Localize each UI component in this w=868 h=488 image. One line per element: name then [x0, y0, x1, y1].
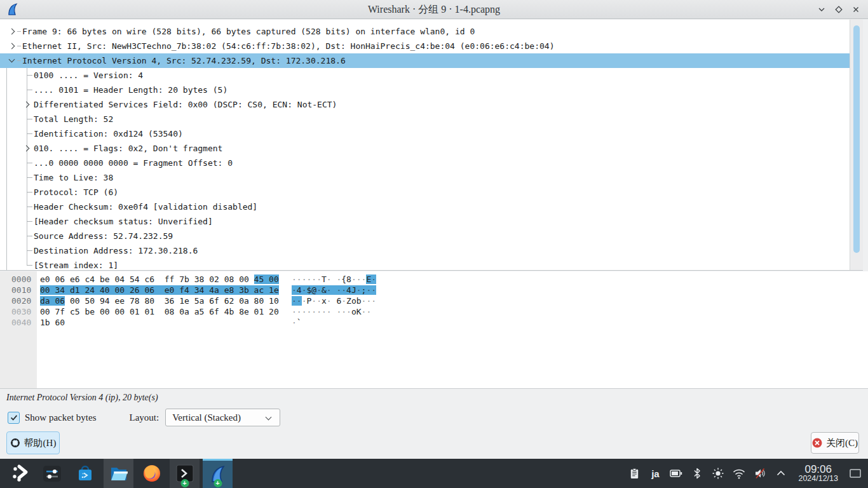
hex-offset: 0040	[11, 317, 40, 328]
dialog-controls: Show packet bytes Layout: Vertical (Stac…	[8, 409, 280, 426]
system-tray: ja 09:06 2024/12/13	[627, 459, 863, 488]
folder-icon	[109, 463, 129, 484]
hex-row[interactable]: 00401b 60·`	[0, 317, 868, 328]
expand-tray-icon[interactable]	[773, 459, 789, 488]
hex-ascii: ·4·$@·&· ··4J·;··	[292, 285, 376, 295]
hex-row[interactable]: 001000 34 d1 24 40 00 26 06 e0 f4 34 4a …	[0, 285, 868, 295]
packet-detail-pane[interactable]: Frame 9: 66 bytes on wire (528 bits), 66…	[0, 20, 863, 271]
tree-row-label: [Stream index: 1]	[34, 258, 118, 271]
tree-row[interactable]: 0100 .... = Version: 4	[0, 68, 850, 83]
minimize-button[interactable]	[813, 1, 830, 18]
tree-row[interactable]: Internet Protocol Version 4, Src: 52.74.…	[0, 53, 850, 68]
clock-time: 09:06	[798, 464, 838, 475]
tree-row[interactable]: Total Length: 52	[0, 112, 850, 126]
window-controls	[813, 0, 864, 19]
show-packet-bytes-label: Show packet bytes	[25, 412, 96, 423]
tree-scrollbar-thumb[interactable]	[853, 25, 860, 253]
tree-row[interactable]: [Stream index: 1]	[0, 258, 850, 271]
expand-icon[interactable]	[9, 43, 15, 50]
hex-ascii: ········ ···oK··	[292, 306, 376, 317]
system-settings-button[interactable]	[37, 459, 67, 488]
app-launcher-icon	[11, 463, 32, 484]
tree-row-label: [Header checksum status: Unverified]	[34, 214, 213, 229]
tree-row-label: 0100 .... = Version: 4	[34, 68, 143, 83]
expand-icon[interactable]	[24, 102, 30, 108]
tree-row[interactable]: Protocol: TCP (6)	[0, 185, 850, 200]
discover-button[interactable]	[70, 459, 100, 488]
tree-row[interactable]: Destination Address: 172.30.218.6	[0, 243, 850, 258]
file-manager-button[interactable]	[104, 459, 133, 488]
tree-row-label: Frame 9: 66 bytes on wire (528 bits), 66…	[22, 24, 475, 39]
tree-row[interactable]: .... 0101 = Header Length: 20 bytes (5)	[0, 83, 850, 97]
tree-row[interactable]: 010. .... = Flags: 0x2, Don't fragment	[0, 141, 850, 156]
tree-row[interactable]: [Header checksum status: Unverified]	[0, 214, 850, 229]
tree-scrollbar[interactable]	[850, 20, 863, 270]
close-dialog-button[interactable]: 关闭(C)	[811, 432, 859, 454]
status-text: Internet Protocol Version 4 (ip), 20 byt…	[6, 393, 158, 403]
diamond-icon	[834, 5, 843, 14]
discover-icon	[75, 463, 95, 484]
new-window-badge: +	[214, 479, 222, 487]
hex-ascii: ···P··x· 6·Zob···	[292, 295, 376, 306]
tree-row[interactable]: Ethernet II, Src: NewH3CTechno_7b:38:02 …	[0, 39, 850, 53]
show-desktop-button[interactable]	[848, 459, 863, 488]
hex-offset: 0010	[11, 285, 40, 295]
konsole-button[interactable]: +	[170, 459, 200, 488]
volume-muted-icon[interactable]	[752, 459, 768, 488]
layout-label: Layout:	[129, 412, 159, 423]
tree-row-label: .... 0101 = Header Length: 20 bytes (5)	[34, 83, 227, 97]
clock-date: 2024/12/13	[798, 475, 838, 483]
tree-row[interactable]: Differentiated Services Field: 0x00 (DSC…	[0, 97, 850, 112]
firefox-button[interactable]	[137, 459, 166, 488]
hex-ascii: ·`	[292, 317, 302, 328]
taskbar: + + ja 09:06 2024/	[0, 459, 868, 488]
tree-row-label: Protocol: TCP (6)	[34, 185, 118, 200]
hex-row[interactable]: 003000 7f c5 be 00 00 01 01 08 0a a5 6f …	[0, 306, 868, 317]
hex-offset: 0020	[11, 295, 40, 306]
collapse-icon[interactable]	[9, 57, 15, 63]
clipboard-icon[interactable]	[627, 459, 642, 488]
input-method-indicator[interactable]: ja	[648, 459, 663, 488]
tree-row[interactable]: Source Address: 52.74.232.59	[0, 229, 850, 243]
tree-row-label: Total Length: 52	[34, 112, 113, 126]
close-circle-icon	[812, 438, 822, 448]
new-window-badge: +	[180, 479, 189, 487]
titlebar: Wireshark · 分组 9 · 1-4.pcapng	[0, 0, 868, 19]
tree-row[interactable]: Header Checksum: 0xe0f4 [validation disa…	[0, 200, 850, 214]
close-icon	[851, 5, 860, 14]
bluetooth-icon[interactable]	[689, 459, 705, 488]
tree-row[interactable]: ...0 0000 0000 0000 = Fragment Offset: 0	[0, 156, 850, 170]
help-button-label: 帮助(H)	[24, 437, 57, 449]
expand-icon[interactable]	[9, 29, 15, 35]
hex-row[interactable]: 0000e0 06 e6 c4 be 04 54 c6 ff 7b 38 02 …	[0, 274, 868, 285]
tree-row-label: Differentiated Services Field: 0x00 (DSC…	[34, 97, 337, 112]
wifi-icon[interactable]	[731, 459, 747, 488]
show-packet-bytes-checkbox[interactable]	[8, 412, 20, 424]
tree-row-label: Time to Live: 38	[34, 170, 113, 185]
layout-select[interactable]: Vertical (Stacked)	[165, 409, 280, 426]
packet-bytes-pane[interactable]: 0000e0 06 e6 c4 be 04 54 c6 ff 7b 38 02 …	[0, 271, 868, 389]
tree-row-label: ...0 0000 0000 0000 = Fragment Offset: 0	[34, 156, 233, 170]
help-icon	[10, 438, 20, 448]
brightness-icon[interactable]	[710, 459, 726, 488]
tree-row-label: Identification: 0xd124 (53540)	[34, 126, 183, 141]
window-title: Wireshark · 分组 9 · 1-4.pcapng	[0, 0, 868, 19]
wireshark-task-button[interactable]: +	[203, 459, 233, 488]
expand-icon[interactable]	[24, 146, 30, 152]
app-launcher-button[interactable]	[6, 459, 36, 488]
help-button[interactable]: 帮助(H)	[6, 431, 60, 454]
tree-row[interactable]: Identification: 0xd124 (53540)	[0, 126, 850, 141]
battery-icon[interactable]	[668, 459, 684, 488]
chevron-down-icon	[817, 5, 826, 14]
clock[interactable]: 09:06 2024/12/13	[798, 464, 838, 484]
tree-row-label: Destination Address: 172.30.218.6	[34, 243, 198, 258]
tree-row[interactable]: Frame 9: 66 bytes on wire (528 bits), 66…	[0, 24, 850, 39]
hex-row[interactable]: 0020da 06 00 50 94 ee 78 80 36 1e 5a 6f …	[0, 295, 868, 306]
system-settings-icon	[42, 463, 62, 484]
close-button-label: 关闭(C)	[826, 437, 858, 449]
close-window-button[interactable]	[847, 1, 864, 18]
hex-offset: 0030	[11, 306, 40, 317]
maximize-button[interactable]	[830, 1, 847, 18]
hex-ascii: ······T· ·{8···E·	[292, 274, 376, 285]
tree-row[interactable]: Time to Live: 38	[0, 170, 850, 185]
